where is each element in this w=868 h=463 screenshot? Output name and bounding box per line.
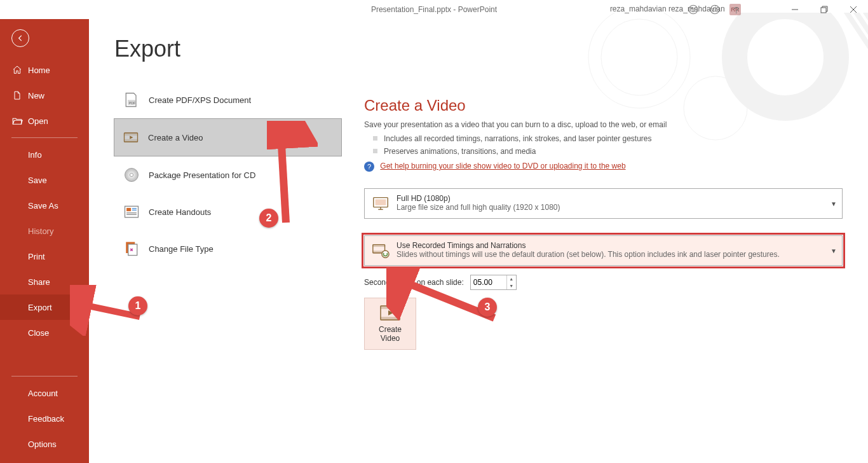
back-button[interactable] bbox=[0, 19, 89, 57]
backstage-content: Export PDF Create PDF/XPS Document Creat… bbox=[89, 19, 868, 463]
cd-icon bbox=[122, 165, 141, 184]
help-icon: ? bbox=[364, 162, 374, 172]
title-bar: Presentation_Final.pptx - PowerPoint rez… bbox=[0, 0, 868, 19]
svg-point-25 bbox=[130, 173, 133, 176]
document-title: Presentation_Final.pptx - PowerPoint bbox=[371, 5, 497, 14]
timings-icon bbox=[371, 241, 390, 260]
create-video-button[interactable]: Create Video bbox=[364, 298, 416, 350]
feedback-smile-icon[interactable] bbox=[682, 0, 704, 19]
sidebar-item-home[interactable]: Home bbox=[0, 57, 89, 83]
chevron-down-icon: ▼ bbox=[831, 247, 837, 254]
dropdown-subtitle: Large file size and full high quality (1… bbox=[397, 203, 560, 212]
video-icon bbox=[121, 128, 140, 147]
export-item-label: Change File Type bbox=[149, 244, 214, 254]
sidebar-item-label: Open bbox=[28, 116, 48, 126]
sidebar-item-label: History bbox=[28, 226, 53, 236]
svg-rect-7 bbox=[821, 8, 826, 13]
page-title: Export bbox=[114, 36, 342, 62]
sidebar-item-saveas[interactable]: Save As bbox=[0, 193, 89, 218]
svg-point-4 bbox=[713, 8, 714, 9]
sidebar-item-history[interactable]: History bbox=[0, 218, 89, 244]
dropdown-title: Use Recorded Timings and Narrations bbox=[397, 241, 780, 250]
sidebar-item-info[interactable]: Info bbox=[0, 142, 89, 167]
panel-bullet: Includes all recorded timings, narration… bbox=[373, 132, 843, 145]
backstage-sidebar: Home New Open Info Save Save As History … bbox=[0, 19, 89, 463]
open-icon bbox=[11, 115, 23, 127]
spinner-up-icon[interactable]: ▲ bbox=[507, 275, 516, 282]
svg-text:PDF: PDF bbox=[129, 101, 136, 105]
export-item-label: Create a Video bbox=[148, 133, 203, 142]
svg-point-3 bbox=[710, 5, 719, 14]
sidebar-item-label: Save bbox=[28, 176, 47, 185]
sidebar-item-label: Save As bbox=[28, 201, 58, 211]
svg-rect-22 bbox=[125, 140, 138, 142]
pdf-icon: PDF bbox=[122, 90, 141, 109]
sidebar-item-close[interactable]: Close bbox=[0, 320, 89, 345]
help-row: ? Get help burning your slide show video… bbox=[364, 162, 843, 172]
export-item-cd[interactable]: Package Presentation for CD bbox=[114, 156, 342, 193]
sidebar-item-feedback[interactable]: Feedback bbox=[0, 406, 89, 431]
panel-bullet: Preserves animations, transitions, and m… bbox=[373, 145, 843, 158]
create-video-label: Create bbox=[379, 325, 402, 334]
export-item-label: Create PDF/XPS Document bbox=[149, 95, 251, 105]
seconds-label: Seconds spent on each slide: bbox=[364, 278, 464, 287]
svg-point-1 bbox=[691, 8, 692, 9]
sidebar-item-new[interactable]: New bbox=[0, 83, 89, 108]
export-item-filetype[interactable]: Change File Type bbox=[114, 230, 342, 267]
home-icon bbox=[11, 64, 23, 76]
svg-rect-21 bbox=[125, 133, 138, 135]
svg-rect-43 bbox=[381, 306, 400, 308]
help-icon[interactable]: ? bbox=[726, 0, 747, 19]
seconds-spinner[interactable]: ▲▼ bbox=[470, 275, 517, 290]
svg-rect-35 bbox=[376, 199, 386, 205]
chevron-down-icon: ▼ bbox=[831, 200, 837, 207]
sidebar-item-print[interactable]: Print bbox=[0, 244, 89, 269]
sidebar-item-export[interactable]: Export bbox=[0, 294, 89, 320]
sidebar-item-save[interactable]: Save bbox=[0, 167, 89, 193]
sidebar-item-label: Share bbox=[28, 277, 50, 287]
restore-button[interactable] bbox=[810, 0, 839, 19]
export-item-label: Package Presentation for CD bbox=[149, 170, 255, 180]
svg-point-5 bbox=[716, 8, 717, 9]
help-link[interactable]: Get help burning your slide show video t… bbox=[380, 162, 625, 170]
svg-marker-45 bbox=[388, 310, 393, 315]
filetype-icon bbox=[122, 239, 141, 258]
spinner-down-icon[interactable]: ▼ bbox=[507, 282, 516, 289]
sidebar-item-label: Feedback bbox=[28, 414, 64, 424]
create-video-label: Video bbox=[381, 334, 400, 343]
svg-rect-44 bbox=[381, 317, 400, 320]
dropdown-title: Full HD (1080p) bbox=[397, 194, 560, 203]
sidebar-item-share[interactable]: Share bbox=[0, 269, 89, 294]
svg-point-0 bbox=[689, 5, 698, 14]
sidebar-item-label: Print bbox=[28, 252, 45, 261]
sidebar-item-label: Home bbox=[28, 66, 50, 75]
sidebar-item-label: Info bbox=[28, 150, 42, 160]
close-button[interactable] bbox=[839, 0, 868, 19]
sidebar-item-options[interactable]: Options bbox=[0, 431, 89, 457]
panel-title: Create a Video bbox=[364, 97, 843, 114]
timings-dropdown[interactable]: Use Recorded Timings and Narrations Slid… bbox=[364, 235, 843, 266]
dropdown-subtitle: Slides without timings will use the defa… bbox=[397, 250, 780, 259]
sidebar-item-label: New bbox=[28, 91, 44, 100]
svg-point-41 bbox=[382, 251, 389, 258]
sidebar-item-open[interactable]: Open bbox=[0, 108, 89, 134]
export-item-handouts[interactable]: Create Handouts bbox=[114, 193, 342, 230]
export-item-pdf[interactable]: PDF Create PDF/XPS Document bbox=[114, 81, 342, 118]
monitor-icon bbox=[371, 194, 390, 213]
sidebar-item-label: Close bbox=[28, 328, 49, 338]
sidebar-item-label: Export bbox=[28, 303, 52, 312]
seconds-input[interactable] bbox=[471, 275, 506, 289]
panel-description: Save your presentation as a video that y… bbox=[364, 118, 843, 131]
export-item-label: Create Handouts bbox=[149, 207, 211, 217]
handouts-icon bbox=[122, 202, 141, 221]
minimize-button[interactable] bbox=[780, 0, 810, 19]
svg-rect-39 bbox=[373, 245, 385, 247]
video-quality-dropdown[interactable]: Full HD (1080p) Large file size and full… bbox=[364, 188, 843, 219]
create-video-icon bbox=[379, 305, 401, 321]
sidebar-item-label: Options bbox=[28, 439, 57, 449]
sidebar-item-label: Account bbox=[28, 389, 58, 398]
export-item-video[interactable]: Create a Video bbox=[114, 118, 342, 156]
new-icon bbox=[11, 90, 23, 101]
feedback-frown-icon[interactable] bbox=[704, 0, 726, 19]
sidebar-item-account[interactable]: Account bbox=[0, 380, 89, 406]
